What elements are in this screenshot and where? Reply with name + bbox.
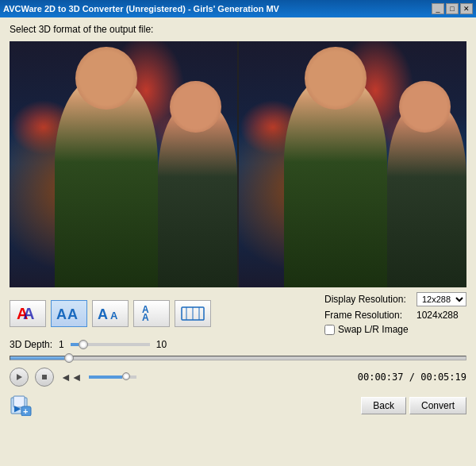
format-btn-top-bottom[interactable]: A A <box>133 300 170 327</box>
svg-text:▶: ▶ <box>14 404 21 413</box>
svg-text:A: A <box>67 306 78 322</box>
play-button[interactable] <box>10 368 29 387</box>
bottom-buttons: Back Convert <box>361 397 466 414</box>
main-content: Select 3D format of the output file: <box>0 17 476 466</box>
svg-text:A: A <box>98 306 108 322</box>
swap-label[interactable]: Swap L/R Image <box>338 324 409 335</box>
resolution-panel: Display Resolution: 12x288 Frame Resolut… <box>324 292 466 335</box>
depth-slider-thumb[interactable] <box>79 340 88 349</box>
frame-resolution-label: Frame Resolution: <box>324 310 412 321</box>
stop-icon <box>40 373 48 381</box>
svg-text:A: A <box>142 312 149 322</box>
side-by-side-icon: A A <box>56 305 82 322</box>
frame-resolution-value: 1024x288 <box>416 310 459 321</box>
video-frame-right <box>239 41 466 287</box>
volume-thumb[interactable] <box>122 372 130 380</box>
minimize-button[interactable]: _ <box>432 3 444 14</box>
frame-resolution-row: Frame Resolution: 1024x288 <box>324 310 466 321</box>
depth-row: 3D Depth: 1 10 <box>10 339 466 350</box>
file-icon-button[interactable]: ▶ + <box>10 395 35 417</box>
display-resolution-label: Display Resolution: <box>324 294 412 305</box>
half-side-icon: A A <box>98 305 123 322</box>
format-btn-anaglyph[interactable]: A A <box>10 300 46 327</box>
format-btn-side-by-side[interactable]: A A <box>51 300 87 327</box>
swap-checkbox[interactable] <box>324 325 335 335</box>
depth-label: 3D Depth: <box>10 339 52 350</box>
maximize-button[interactable]: □ <box>446 3 459 14</box>
close-button[interactable]: ✕ <box>460 3 473 14</box>
window-controls[interactable]: _ □ ✕ <box>432 3 473 14</box>
video-panel-left <box>10 41 237 287</box>
svg-marker-12 <box>17 374 22 380</box>
progress-bar[interactable] <box>10 356 466 360</box>
svg-text:A: A <box>56 306 67 322</box>
add-file-icon: ▶ + <box>10 395 34 416</box>
current-time: 00:00:37 <box>358 372 404 383</box>
display-resolution-row: Display Resolution: 12x288 <box>324 292 466 306</box>
play-icon <box>15 373 23 381</box>
video-panel-right <box>239 41 466 287</box>
time-separator: / <box>409 372 420 383</box>
convert-button[interactable]: Convert <box>409 397 466 414</box>
depth-max-value: 10 <box>156 339 167 350</box>
progress-thumb[interactable] <box>64 353 74 363</box>
playback-row: ◄◄ 00:00:37 / 00:05:19 <box>10 366 466 388</box>
video-preview-area <box>10 41 466 287</box>
anaglyph-icon: A A <box>15 305 40 322</box>
person-right-side <box>387 103 466 288</box>
stop-button[interactable] <box>35 368 54 387</box>
format-btn-half-side[interactable]: A A <box>92 300 129 327</box>
total-time: 00:05:19 <box>420 372 466 383</box>
svg-rect-13 <box>42 375 47 379</box>
svg-text:A: A <box>110 310 118 322</box>
swap-row: Swap L/R Image <box>324 324 466 335</box>
volume-slider[interactable] <box>89 375 136 379</box>
display-resolution-select[interactable]: 12x288 <box>416 292 466 306</box>
video-split-container <box>10 41 466 287</box>
person-left-main <box>55 79 157 288</box>
back-button[interactable]: Back <box>361 397 406 414</box>
bottom-row: ▶ + Back Convert <box>10 393 466 417</box>
volume-icon[interactable]: ◄◄ <box>60 371 83 383</box>
progress-row <box>10 354 466 362</box>
format-select-label: Select 3D format of the output file: <box>10 24 466 35</box>
video-frame-left <box>10 41 237 287</box>
svg-text:A: A <box>23 305 34 322</box>
controls-area: A A A A A A A <box>10 292 466 388</box>
title-bar: AVCWare 2D to 3D Converter (Unregistered… <box>0 0 476 17</box>
depth-slider[interactable] <box>71 343 150 346</box>
progress-fill <box>10 356 64 360</box>
person-left-side <box>158 103 237 288</box>
svg-text:+: + <box>23 406 28 416</box>
person-right-main <box>284 79 386 288</box>
format-row: A A A A A A A <box>10 292 466 335</box>
depth-icon <box>180 305 205 322</box>
format-btn-depth[interactable] <box>175 300 211 327</box>
depth-min-value: 1 <box>59 339 64 350</box>
time-display: 00:00:37 / 00:05:19 <box>358 372 466 383</box>
top-bottom-icon: A A <box>139 305 164 322</box>
title-text: AVCWare 2D to 3D Converter (Unregistered… <box>3 4 279 13</box>
